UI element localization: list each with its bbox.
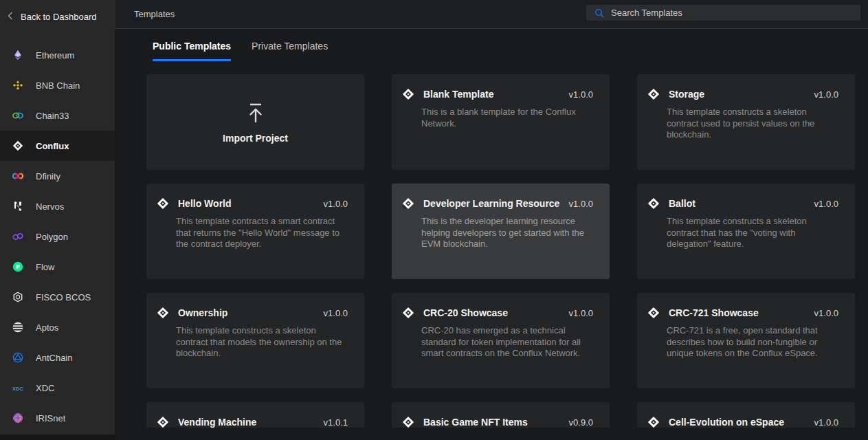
sidebar-item-label: Dfinity — [36, 171, 60, 182]
template-version: v1.0.0 — [324, 308, 348, 318]
conflux-logo-icon — [647, 88, 660, 100]
sidebar-item-label: Conflux — [36, 141, 69, 151]
template-version: v1.0.0 — [569, 199, 593, 209]
sidebar-item-dfinity[interactable]: Dfinity — [0, 161, 115, 191]
template-version: v1.0.0 — [814, 308, 838, 318]
sidebar-item-aptos[interactable]: Aptos — [0, 312, 115, 342]
card-header: Vending Machine v1.0.1 — [146, 402, 364, 428]
sidebar-item-label: Chain33 — [36, 111, 69, 121]
tabs: Public Templates Private Templates — [153, 41, 328, 61]
sidebar-item-label: Aptos — [36, 322, 58, 333]
sidebar-item-nervos[interactable]: Nervos — [0, 191, 115, 221]
sidebar-item-irisnet[interactable]: IRISnet — [0, 403, 115, 433]
sidebar-item-conflux[interactable]: Conflux — [0, 131, 115, 161]
card-header: Hello World v1.0.0 — [146, 184, 364, 210]
sidebar-item-chain33[interactable]: Chain33 — [0, 100, 115, 131]
card-header: Ownership v1.0.0 — [146, 293, 364, 319]
template-title: CRC-721 Showcase — [669, 307, 759, 318]
import-project-label: Import Project — [223, 133, 288, 144]
search-box — [586, 5, 860, 21]
template-description: This template constructs a skeleton cont… — [667, 216, 837, 250]
sidebar-item-label: Nervos — [36, 201, 64, 212]
sidebar-item-label: BNB Chain — [36, 80, 80, 91]
template-card-ballot[interactable]: Ballot v1.0.0 This template constructs a… — [637, 184, 855, 279]
conflux-logo-icon — [402, 416, 414, 428]
dfinity-icon — [12, 170, 23, 182]
sidebar-item-label: Flow — [36, 262, 54, 272]
card-header: Cell-Evolution on eSpace v1.0.0 — [637, 402, 855, 428]
sidebar-item-xdc[interactable]: XDC XDC — [0, 373, 115, 403]
bnb-chain-icon — [12, 80, 23, 91]
upload-arrow-icon — [244, 101, 267, 124]
conflux-logo-icon — [402, 197, 414, 210]
template-card-cell-evolution-on-espace[interactable]: Cell-Evolution on eSpace v1.0.0 — [637, 402, 855, 428]
template-version: v1.0.0 — [814, 199, 838, 209]
tab-public-templates[interactable]: Public Templates — [153, 41, 231, 61]
sidebar: Back to Dashboard Ethereum BNB Chain Cha… — [0, 0, 115, 434]
template-card-ownership[interactable]: Ownership v1.0.0 This template construct… — [146, 293, 364, 388]
sidebar-item-fisco-bcos[interactable]: FISCO BCOS — [0, 282, 115, 312]
sidebar-item-antchain[interactable]: AntChain — [0, 342, 115, 373]
page-title: Templates — [134, 9, 175, 19]
sidebar-item-bnb-chain[interactable]: BNB Chain — [0, 70, 115, 100]
sidebar-item-ethereum[interactable]: Ethereum — [0, 40, 115, 70]
nervos-icon — [12, 201, 23, 212]
template-card-blank-template[interactable]: Blank Template v1.0.0 This is a blank te… — [392, 74, 610, 170]
main-area: Templates Public Templates Private Templ… — [115, 0, 868, 440]
template-description: This is a blank template for the Conflux… — [421, 107, 592, 129]
flow-icon — [12, 261, 23, 272]
conflux-icon — [12, 140, 23, 151]
template-description: This template constructs a skeleton cont… — [667, 107, 837, 141]
template-title: Vending Machine — [178, 417, 256, 428]
template-version: v1.0.0 — [814, 89, 838, 100]
conflux-logo-icon — [157, 307, 169, 319]
template-title: CRC-20 Showcase — [423, 307, 508, 318]
ethereum-icon — [12, 50, 23, 60]
search-input[interactable] — [604, 5, 860, 21]
template-title: Ownership — [178, 307, 227, 318]
template-card-hello-world[interactable]: Hello World v1.0.0 This template contrac… — [146, 184, 364, 279]
conflux-logo-icon — [402, 88, 414, 100]
template-title: Basic Game NFT Items — [423, 417, 528, 428]
tab-private-templates[interactable]: Private Templates — [252, 41, 328, 61]
template-title: Blank Template — [423, 89, 493, 100]
template-description: CRC-721 is a free, open standard that de… — [667, 325, 837, 360]
template-card-crc-721-showcase[interactable]: CRC-721 Showcase v1.0.0 CRC-721 is a fre… — [637, 293, 855, 388]
template-title: Developer Learning Resource — [423, 198, 559, 209]
antchain-icon — [12, 352, 23, 363]
card-header: Basic Game NFT Items v0.9.0 — [392, 402, 610, 428]
conflux-logo-icon — [647, 197, 660, 210]
template-card-developer-learning-resource[interactable]: Developer Learning Resource v1.0.0 This … — [392, 184, 610, 279]
aptos-icon — [12, 322, 23, 333]
sidebar-item-label: Ethereum — [36, 50, 74, 60]
back-to-dashboard-button[interactable]: Back to Dashboard — [0, 0, 115, 33]
import-project-card[interactable]: Import Project — [146, 74, 364, 170]
template-card-crc-20-showcase[interactable]: CRC-20 Showcase v1.0.0 CRC-20 has emerge… — [392, 293, 610, 388]
template-version: v1.0.0 — [569, 89, 593, 100]
conflux-logo-icon — [157, 197, 169, 210]
sidebar-item-polygon[interactable]: Polygon — [0, 221, 115, 252]
sidebar-item-label: Polygon — [36, 232, 68, 242]
template-version: v1.0.0 — [569, 308, 593, 318]
card-header: CRC-721 Showcase v1.0.0 — [637, 293, 855, 319]
search-icon — [594, 8, 604, 18]
card-header: CRC-20 Showcase v1.0.0 — [392, 293, 610, 319]
templates-content: Public Templates Private Templates Impor… — [115, 30, 868, 440]
card-header: Storage v1.0.0 — [637, 74, 855, 100]
template-description: This template contracts a smart contract… — [176, 216, 346, 250]
template-version: v0.9.0 — [569, 417, 593, 428]
template-card-basic-game-nft-items[interactable]: Basic Game NFT Items v0.9.0 — [392, 402, 610, 428]
xdc-icon: XDC — [12, 382, 23, 393]
card-header: Ballot v1.0.0 — [637, 184, 855, 210]
topbar: Templates — [115, 0, 868, 29]
template-title: Cell-Evolution on eSpace — [669, 417, 784, 428]
template-version: v1.0.0 — [324, 199, 348, 209]
template-card-storage[interactable]: Storage v1.0.0 This template constructs … — [637, 74, 855, 170]
template-card-vending-machine[interactable]: Vending Machine v1.0.1 — [146, 402, 364, 428]
templates-grid-viewport: Import Project Blank Template v1.0.0 Thi… — [146, 74, 855, 428]
chain33-icon — [12, 110, 23, 121]
conflux-logo-icon — [647, 416, 660, 428]
svg-text:XDC: XDC — [12, 386, 23, 392]
conflux-logo-icon — [647, 307, 660, 319]
sidebar-item-flow[interactable]: Flow — [0, 252, 115, 282]
